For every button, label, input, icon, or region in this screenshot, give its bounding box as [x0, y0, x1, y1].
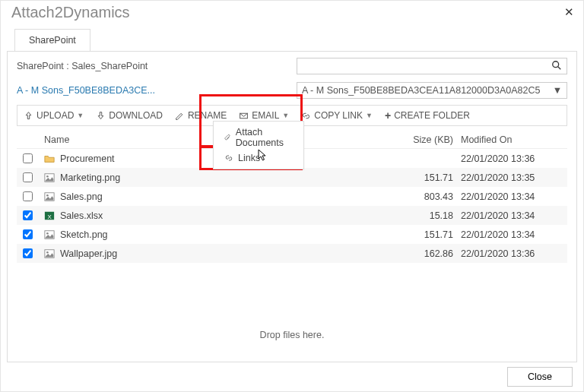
file-name: Marketing.png — [60, 172, 120, 183]
table-row[interactable]: Marketing.png151.7122/01/2020 13:35 — [17, 168, 567, 187]
file-modified: 22/01/2020 13:34 — [461, 191, 567, 202]
tab-sharepoint[interactable]: SharePoint — [14, 29, 90, 52]
sharepoint-label: SharePoint : Sales_SharePoint — [17, 61, 290, 71]
svg-point-6 — [46, 194, 49, 196]
create-folder-button[interactable]: + CREATE FOLDER — [379, 106, 476, 125]
row-checkbox[interactable] — [23, 191, 33, 201]
file-size: 15.18 — [400, 210, 461, 221]
file-modified: 22/01/2020 13:36 — [461, 153, 567, 164]
folder-select-value: A - M Sons_F50BE8BEDA3CEA11A812000D3A0A8… — [302, 85, 540, 96]
dialog: Attach2Dynamics ✕ SharePoint SharePoint … — [0, 0, 584, 392]
table-row[interactable]: Wallpaper.jpg162.8622/01/2020 13:36 — [17, 244, 567, 263]
file-size: 803.43 — [400, 191, 461, 202]
file-size: 162.86 — [400, 248, 461, 259]
drop-zone[interactable]: Drop files here. — [8, 308, 576, 362]
search-input[interactable] — [302, 61, 551, 71]
file-name: Sketch.png — [60, 229, 108, 240]
chevron-down-icon: ▼ — [77, 112, 84, 119]
close-button[interactable]: Close — [507, 367, 573, 387]
copylink-button[interactable]: COPY LINK▼ — [295, 106, 379, 125]
svg-point-10 — [46, 232, 49, 234]
folder-select[interactable]: A - M Sons_F50BE8BEDA3CEA11A812000D3A0A8… — [297, 82, 567, 99]
search-icon[interactable] — [551, 60, 562, 73]
file-size: 151.71 — [400, 172, 461, 183]
close-icon[interactable]: ✕ — [564, 5, 574, 19]
col-mod[interactable]: Modified On — [461, 134, 567, 145]
image-icon — [44, 172, 55, 183]
svg-line-1 — [558, 66, 561, 69]
upload-button[interactable]: UPLOAD▼ — [17, 106, 90, 125]
svg-point-12 — [46, 251, 49, 253]
file-modified: 22/01/2020 13:34 — [461, 229, 567, 240]
main-panel: SharePoint : Sales_SharePoint A - M Sons… — [7, 51, 577, 362]
row-checkbox[interactable] — [23, 210, 33, 220]
plus-icon: + — [385, 109, 391, 122]
row-checkbox[interactable] — [23, 153, 33, 163]
title-bar: Attach2Dynamics — [1, 1, 583, 28]
file-name: Sales.xlsx — [60, 210, 103, 221]
file-size: 151.71 — [400, 229, 461, 240]
file-modified: 22/01/2020 13:34 — [461, 210, 567, 221]
row-checkbox[interactable] — [23, 229, 33, 239]
cursor-icon — [258, 149, 268, 163]
image-icon — [44, 229, 55, 240]
svg-point-4 — [46, 175, 49, 177]
app-title: Attach2Dynamics — [11, 4, 130, 21]
file-modified: 22/01/2020 13:36 — [461, 248, 567, 259]
file-name: Sales.png — [60, 191, 103, 202]
chevron-down-icon: ▼ — [553, 85, 562, 96]
tab-row: SharePoint — [1, 28, 583, 51]
attach-documents-item[interactable]: Attach Documents — [214, 125, 303, 150]
folder-icon — [44, 153, 55, 164]
chevron-down-icon: ▼ — [366, 112, 373, 119]
row-checkbox[interactable] — [23, 172, 33, 182]
excel-icon: X — [44, 210, 55, 221]
download-button[interactable]: DOWNLOAD — [90, 106, 169, 125]
file-modified: 22/01/2020 13:35 — [461, 172, 567, 183]
col-size[interactable]: Size (KB) — [400, 134, 461, 145]
table-row[interactable]: XSales.xlsx15.1822/01/2020 13:34 — [17, 206, 567, 225]
table-row[interactable]: Sales.png803.4322/01/2020 13:34 — [17, 187, 567, 206]
footer: Close — [507, 367, 573, 387]
file-name: Procurement — [60, 153, 115, 164]
table-row[interactable]: Sketch.png151.7122/01/2020 13:34 — [17, 225, 567, 244]
image-icon — [44, 248, 55, 259]
row-checkbox[interactable] — [23, 248, 33, 258]
svg-text:X: X — [47, 213, 52, 220]
image-icon — [44, 191, 55, 202]
file-name: Wallpaper.jpg — [60, 248, 117, 259]
svg-point-0 — [553, 61, 559, 67]
search-box[interactable] — [297, 58, 567, 74]
